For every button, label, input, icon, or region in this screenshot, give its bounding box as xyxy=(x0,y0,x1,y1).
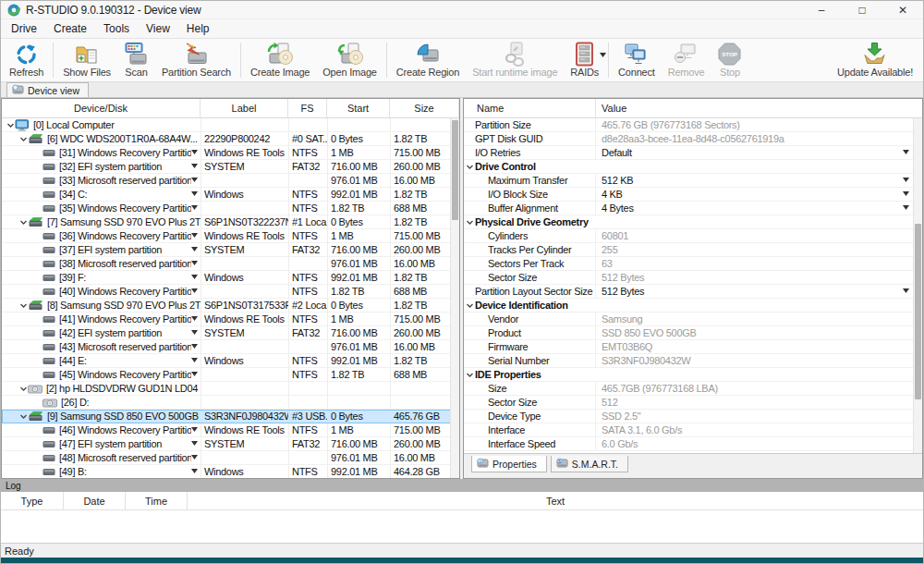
property-group-row[interactable]: Physical Drive Geometry xyxy=(464,215,922,229)
tree-column-header-device-disk[interactable]: Device/Disk⌃ xyxy=(2,99,201,117)
partition-dropdown-caret[interactable] xyxy=(191,149,198,156)
property-value-cell[interactable]: 512 Bytes xyxy=(596,285,922,298)
property-row[interactable]: VendorSamsung xyxy=(464,313,922,326)
property-group-row[interactable]: Device Identification xyxy=(464,299,922,313)
minimize-button[interactable]: – xyxy=(801,1,842,18)
property-row[interactable]: Interface Speed6.0 Gb/s xyxy=(464,437,922,451)
partition-dropdown-caret[interactable] xyxy=(191,315,198,323)
tree-row[interactable]: [7] Samsung SSD 970 EVO Plus 2T...S6P1NS… xyxy=(2,215,459,229)
value-dropdown-caret[interactable] xyxy=(903,149,909,156)
show-files-button[interactable]: Show Files xyxy=(56,40,117,80)
property-row[interactable]: ProductSSD 850 EVO 500GB xyxy=(464,326,922,340)
property-row[interactable]: Partition Layout Sector Size512 Bytes xyxy=(464,285,922,299)
menu-item-drive[interactable]: Drive xyxy=(3,20,45,37)
tree-row[interactable]: [38] Microsoft reserved partition976.01 … xyxy=(2,257,459,271)
tree-row[interactable]: [26] D: xyxy=(2,396,459,410)
property-row[interactable]: Partition Size465.76 GB (976773168 Secto… xyxy=(464,118,922,132)
value-dropdown-caret[interactable] xyxy=(903,288,909,295)
menu-item-tools[interactable]: Tools xyxy=(95,20,138,37)
partition-dropdown-caret[interactable] xyxy=(191,371,198,378)
tree-row[interactable]: [9] Samsung SSD 850 EVO 500GB ...S3R3NF0… xyxy=(2,410,459,423)
open-image-button[interactable]: Open Image xyxy=(316,40,383,80)
tree-row[interactable]: [49] B:WindowsNTFS992.01 MB464.28 GB xyxy=(2,465,459,479)
update-button[interactable]: Update Available! xyxy=(831,40,919,80)
property-row[interactable]: Cylinders60801 xyxy=(464,229,922,243)
property-value-cell[interactable]: 4 KB xyxy=(596,188,922,201)
log-column-header-type[interactable]: Type xyxy=(1,492,64,509)
maximize-button[interactable]: □ xyxy=(842,1,882,18)
tree-row[interactable]: [8] Samsung SSD 970 EVO Plus 2T...S6P1NS… xyxy=(2,299,459,313)
expand-chevron-icon[interactable] xyxy=(6,121,15,129)
log-panel-titlebar[interactable]: Log xyxy=(1,479,923,492)
value-dropdown-caret[interactable] xyxy=(903,204,909,212)
tree-row[interactable]: [32] EFI system partitionSYSTEMFAT32716.… xyxy=(2,160,459,174)
tab-properties[interactable]: iProperties xyxy=(471,456,547,472)
property-value-cell[interactable]: 512 KB xyxy=(596,174,922,187)
group-collapse-chevron-icon[interactable] xyxy=(464,371,475,379)
property-row[interactable]: Tracks Per Cylinder255 xyxy=(464,243,922,257)
expand-chevron-icon[interactable] xyxy=(18,412,28,421)
tree-row[interactable]: [31] Windows Recovery PartitionWindows R… xyxy=(2,146,459,160)
tree-row[interactable]: [41] Windows Recovery PartitionWindows R… xyxy=(2,313,459,326)
menu-item-create[interactable]: Create xyxy=(45,20,95,37)
scrollbar-thumb[interactable] xyxy=(915,224,921,399)
group-collapse-chevron-icon[interactable] xyxy=(464,301,475,310)
property-row[interactable]: I/O RetriesDefault xyxy=(464,146,922,160)
tree-row[interactable]: [35] Windows Recovery PartitionNTFS1.82 … xyxy=(2,202,459,215)
tree-column-header-start[interactable]: Start xyxy=(327,99,390,117)
raids-button[interactable]: RAIDs xyxy=(564,40,605,80)
tree-row[interactable]: [37] EFI system partitionSYSTEMFAT32716.… xyxy=(2,243,459,257)
partition-dropdown-caret[interactable] xyxy=(191,260,198,267)
tree-row[interactable]: [36] Windows Recovery PartitionWindows R… xyxy=(2,229,459,243)
tree-row[interactable]: [39] F:WindowsNTFS992.01 MB1.82 TB xyxy=(2,271,459,285)
expand-chevron-icon[interactable] xyxy=(18,218,28,227)
property-row[interactable]: GPT Disk GUIDd8e28aa3-bcee-11ea-8d48-c05… xyxy=(464,132,922,146)
property-row[interactable]: Sectors Per Track63 xyxy=(464,257,922,271)
expand-chevron-icon[interactable] xyxy=(18,301,28,310)
tab-device-view[interactable]: Device view xyxy=(6,82,89,97)
refresh-button[interactable]: Refresh xyxy=(3,40,50,80)
tree-row[interactable]: [0] Local Computer xyxy=(2,118,459,132)
properties-scrollbar[interactable] xyxy=(913,118,922,453)
partition-dropdown-caret[interactable] xyxy=(191,329,198,337)
scrollbar-thumb[interactable] xyxy=(452,120,458,220)
property-value-cell[interactable]: Default xyxy=(596,146,922,159)
create-image-button[interactable]: Create Image xyxy=(244,40,316,80)
tree-row[interactable]: [45] Windows Recovery PartitionNTFS1.82 … xyxy=(2,368,459,382)
value-dropdown-caret[interactable] xyxy=(903,177,909,184)
tab-smart[interactable]: SS.M.A.R.T. xyxy=(551,456,628,472)
close-button[interactable]: ✕ xyxy=(882,1,923,18)
partition-dropdown-caret[interactable] xyxy=(191,357,198,364)
property-row[interactable]: Maximum Transfer512 KB xyxy=(464,174,922,188)
connect-button[interactable]: Connect xyxy=(612,40,662,80)
partition-dropdown-caret[interactable] xyxy=(191,163,198,170)
group-collapse-chevron-icon[interactable] xyxy=(464,218,475,227)
tree-column-header-label[interactable]: Label xyxy=(201,99,288,117)
menu-item-help[interactable]: Help xyxy=(178,20,218,37)
expand-chevron-icon[interactable] xyxy=(18,385,28,393)
tree-row[interactable]: [42] EFI system partitionSYSTEMFAT32716.… xyxy=(2,326,459,340)
log-column-header-date[interactable]: Date xyxy=(64,492,126,509)
partition-dropdown-caret[interactable] xyxy=(191,343,198,350)
property-row[interactable]: InterfaceSATA 3.1, 6.0 Gb/s xyxy=(464,423,922,437)
property-value-cell[interactable]: 4 Bytes xyxy=(596,202,922,215)
tree-row[interactable]: [2] hp HLDSDVDRW GUD1N LD04 xyxy=(2,382,459,396)
tree-row[interactable]: [6] WDC WDS200T1R0A-68A4W...22290P800242… xyxy=(2,132,459,146)
menu-item-view[interactable]: View xyxy=(138,20,178,37)
tree-column-header-fs[interactable]: FS xyxy=(288,99,327,117)
partition-dropdown-caret[interactable] xyxy=(191,454,198,461)
property-row[interactable]: Sector Size512 xyxy=(464,396,922,410)
tree-row[interactable]: [44] E:WindowsNTFS992.01 MB1.82 TB xyxy=(2,354,459,368)
tree-row[interactable]: [47] EFI system partitionSYSTEMFAT32716.… xyxy=(2,437,459,451)
property-row[interactable]: Size465.7GB (976773168 LBA) xyxy=(464,382,922,396)
property-row[interactable]: Device TypeSSD 2.5" xyxy=(464,410,922,423)
tree-row[interactable]: [34] C:WindowsNTFS992.01 MB1.82 TB xyxy=(2,188,459,202)
partition-dropdown-caret[interactable] xyxy=(191,204,198,212)
property-row[interactable]: Buffer Alignment4 Bytes xyxy=(464,202,922,215)
expand-chevron-icon[interactable] xyxy=(18,135,28,143)
property-row[interactable]: Sector Size512 Bytes xyxy=(464,271,922,285)
partition-search-button[interactable]: Partition Search xyxy=(155,40,237,80)
tree-row[interactable]: [48] Microsoft reserved partition976.01 … xyxy=(2,451,459,465)
tree-column-header-size[interactable]: Size xyxy=(390,99,459,117)
create-region-button[interactable]: Create Region xyxy=(390,40,466,80)
